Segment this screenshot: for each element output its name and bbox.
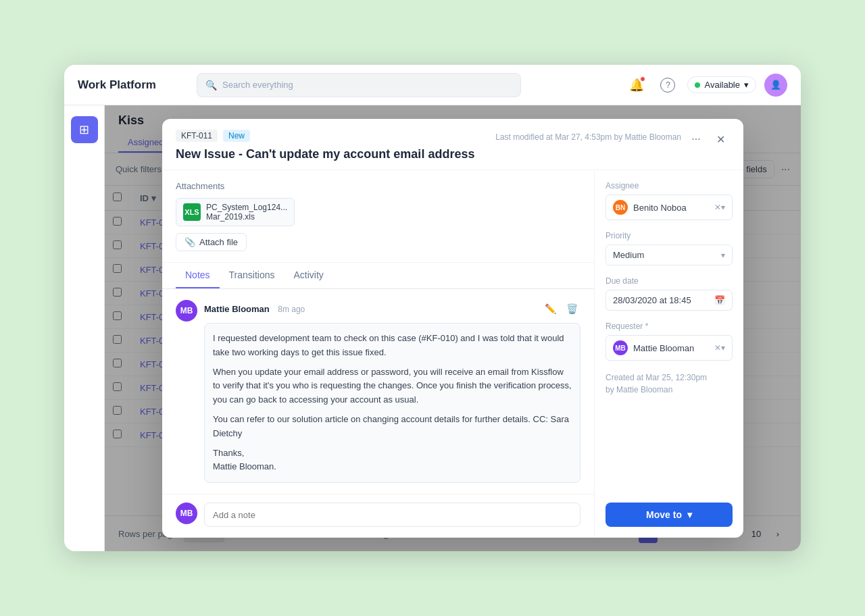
status-badge: New [223,130,250,142]
sidebar-item-grid[interactable]: ⊞ [71,116,98,143]
attachments-section: Attachments XLS PC_System_Log124...Mar_2… [162,170,594,263]
modal-title: New Issue - Can't update my account emai… [176,147,489,161]
assignee-select[interactable]: BN Benito Noboa ✕ ▾ [606,195,733,220]
note-entry: MB Mattie Blooman 8m ago [176,300,580,483]
note-paragraph-4: Thanks,Mattie Blooman. [213,446,572,475]
user-avatar[interactable]: 👤 [764,74,787,97]
requester-label: Requester * [606,322,733,331]
priority-select[interactable]: Medium ▾ [606,245,733,265]
modal-badges: KFT-011 New [176,130,489,142]
edit-note-button[interactable]: ✏️ [541,300,559,317]
clear-assignee-button[interactable]: ✕ [714,203,721,212]
move-to-label: Move to [646,509,682,520]
grid-icon: ⊞ [79,122,89,137]
created-by-text: by Mattie Blooman [606,384,733,396]
app-title: Work Platform [78,78,186,92]
modal-close-button[interactable]: ✕ [711,130,730,149]
clear-requester-button[interactable]: ✕ [714,343,721,353]
priority-label: Priority [606,231,733,240]
search-icon: 🔍 [205,80,217,91]
note-body: Mattie Blooman 8m ago ✏️ 🗑️ [204,300,580,483]
issue-id-badge: KFT-011 [176,130,218,142]
add-note-avatar: MB [176,503,197,524]
created-at-text: Created at Mar 25, 12:30pm [606,371,733,384]
note-paragraph-1: I requested development team to check on… [213,332,572,360]
navbar-actions: 🔔 ? Available ▾ 👤 [625,74,787,97]
modal-tabs: Notes Transitions Activity [162,263,594,289]
created-info: Created at Mar 25, 12:30pm by Mattie Blo… [606,371,733,396]
modal-header-left: KFT-011 New New Issue - Can't update my … [176,130,489,161]
add-note-input[interactable] [204,503,580,527]
excel-file-icon: XLS [183,203,201,221]
availability-button[interactable]: Available ▾ [687,76,756,93]
available-chevron: ▾ [744,80,749,90]
paperclip-icon: 📎 [184,237,195,247]
note-paragraph-2: When you update your email address or pa… [213,365,572,407]
assignee-field: Assignee BN Benito Noboa ✕ ▾ [606,181,733,220]
sidebar: ⊞ [64,105,105,551]
due-date-text: 28/03/2020 at 18:45 [613,295,691,305]
delete-note-button[interactable]: 🗑️ [563,300,580,317]
available-dot [695,82,700,88]
assignee-name: Benito Noboa [633,203,687,213]
note-meta: Mattie Blooman 8m ago ✏️ 🗑️ [204,300,580,317]
attach-file-label: Attach file [199,237,238,247]
modal-more-button[interactable]: ··· [687,130,706,149]
tab-notes[interactable]: Notes [176,263,220,288]
search-bar[interactable]: 🔍 Search everything [197,73,521,97]
move-to-button[interactable]: Move to ▾ [606,503,733,527]
notifications-button[interactable]: 🔔 [625,74,648,97]
due-date-value[interactable]: 28/03/2020 at 18:45 📅 [606,290,733,311]
issue-modal: KFT-011 New New Issue - Can't update my … [162,119,743,538]
note-paragraph-3: You can refer to our solution article on… [213,413,572,441]
note-author-name: Mattie Blooman [204,304,270,314]
move-to-section: Move to ▾ [606,489,733,527]
priority-field: Priority Medium ▾ [606,231,733,265]
move-to-chevron-icon: ▾ [687,509,692,520]
modal-overlay: KFT-011 New New Issue - Can't update my … [105,105,801,551]
requester-select-inner: MB Mattie Blooman [613,340,714,355]
tab-activity[interactable]: Activity [285,263,333,288]
assignee-chevron-icon: ▾ [721,203,725,212]
requester-chevron-icon: ▾ [721,343,725,353]
attachments-label: Attachments [176,181,580,191]
attach-file-button[interactable]: 📎 Attach file [176,233,247,251]
avatar-initials: 👤 [770,80,781,90]
note-text: I requested development team to check on… [204,323,580,483]
note-author-avatar: MB [176,300,197,322]
main-content: ⊞ Kiss Assigned to me Unassigned All iss… [64,105,801,551]
assignee-avatar: BN [613,200,628,215]
navbar: Work Platform 🔍 Search everything 🔔 ? Av… [64,65,801,105]
search-placeholder: Search everything [222,80,293,90]
modal-header: KFT-011 New New Issue - Can't update my … [162,119,743,170]
assignee-select-inner: BN Benito Noboa [613,200,714,215]
modal-modified-text: Last modified at Mar 27, 4:53pm by Matti… [495,132,681,142]
calendar-icon: 📅 [714,295,725,305]
modal-left-panel: Attachments XLS PC_System_Log124...Mar_2… [162,170,595,538]
attachment-filename: PC_System_Log124...Mar_2019.xls [206,203,287,222]
modal-body: Attachments XLS PC_System_Log124...Mar_2… [162,170,743,538]
requester-select[interactable]: MB Mattie Blooman ✕ ▾ [606,335,733,361]
notes-content: MB Mattie Blooman 8m ago [162,289,594,494]
assignee-label: Assignee [606,181,733,190]
attachment-file[interactable]: XLS PC_System_Log124...Mar_2019.xls [176,198,295,226]
add-note-area: MB [162,494,594,538]
note-meta-left: Mattie Blooman 8m ago [204,303,305,315]
due-date-label: Due date [606,276,733,286]
due-date-field: Due date 28/03/2020 at 18:45 📅 [606,276,733,311]
requester-avatar: MB [613,340,628,355]
priority-value: Medium [613,250,644,260]
available-label: Available [704,80,740,90]
note-actions: ✏️ 🗑️ [541,300,580,317]
help-button[interactable]: ? [656,74,679,97]
requester-name: Mattie Blooman [633,343,694,353]
notification-badge [640,76,645,82]
tab-transitions[interactable]: Transitions [220,263,285,288]
modal-header-right: Last modified at Mar 27, 4:53pm by Matti… [495,130,730,149]
note-time: 8m ago [278,305,305,314]
priority-chevron-icon: ▾ [721,251,725,260]
modal-right-panel: Assignee BN Benito Noboa ✕ ▾ [595,170,743,538]
requester-field: Requester * MB Mattie Blooman ✕ ▾ [606,322,733,361]
page-area: Kiss Assigned to me Unassigned All issue… [105,105,801,551]
help-icon: ? [660,78,675,93]
